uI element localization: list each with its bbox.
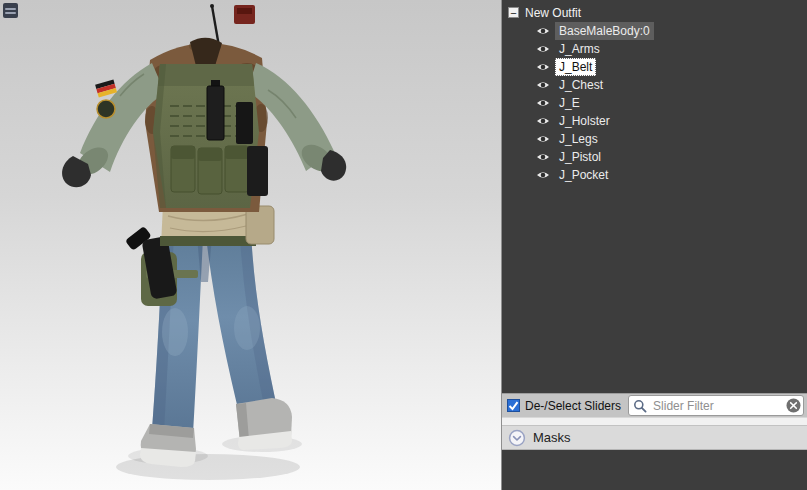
tree-item-j-chest[interactable]: J_Chest	[508, 76, 807, 94]
tree-item-label: J_E	[555, 94, 584, 112]
eye-icon[interactable]	[536, 134, 550, 144]
slider-filter-box	[628, 395, 804, 416]
tree-item-j-holster[interactable]: J_Holster	[508, 112, 807, 130]
eye-icon[interactable]	[536, 116, 550, 126]
tree-item-label: J_Pocket	[555, 166, 612, 184]
character-model	[0, 0, 500, 490]
tree-item-label: J_Legs	[555, 130, 602, 148]
eye-icon[interactable]	[536, 62, 550, 72]
tree-item-basemalebody[interactable]: BaseMaleBody:0	[508, 22, 807, 40]
tree-item-label: J_Holster	[555, 112, 614, 130]
masks-section-label: Masks	[533, 430, 571, 445]
outfit-studio-window: − New Outfit BaseMaleBody:0 J_Arms J_Bel…	[0, 0, 807, 490]
eye-icon[interactable]	[536, 152, 550, 162]
tree-item-label: J_Belt	[555, 58, 596, 76]
search-icon	[633, 399, 647, 413]
slider-toolbar: De-/Select Sliders	[502, 393, 807, 417]
sliders-panel-body	[502, 450, 807, 490]
tree-item-j-pistol[interactable]: J_Pistol	[508, 148, 807, 166]
tree-item-j-arms[interactable]: J_Arms	[508, 40, 807, 58]
eye-icon[interactable]	[536, 98, 550, 108]
checkbox-checked-icon	[507, 399, 520, 412]
eye-icon[interactable]	[536, 80, 550, 90]
tree-item-j-e[interactable]: J_E	[508, 94, 807, 112]
slider-filter-input[interactable]	[651, 398, 782, 414]
tree-item-label: BaseMaleBody:0	[555, 22, 654, 40]
clear-icon[interactable]	[786, 398, 801, 413]
eye-icon[interactable]	[536, 170, 550, 180]
tree-item-j-pocket[interactable]: J_Pocket	[508, 166, 807, 184]
app-icon	[3, 3, 18, 18]
eye-icon[interactable]	[536, 44, 550, 54]
tree-item-label: J_Pistol	[555, 148, 605, 166]
deselect-sliders-checkbox[interactable]: De-/Select Sliders	[507, 399, 621, 413]
outfit-tree-panel: − New Outfit BaseMaleBody:0 J_Arms J_Bel…	[502, 0, 807, 393]
tree-item-j-belt[interactable]: J_Belt	[508, 58, 807, 76]
chevron-down-icon	[508, 429, 526, 447]
tree-root-label: New Outfit	[525, 6, 581, 20]
viewport-3d[interactable]	[0, 0, 501, 490]
masks-section-header[interactable]: Masks	[502, 425, 807, 450]
deselect-sliders-label: De-/Select Sliders	[525, 399, 621, 413]
collapse-box-icon[interactable]: −	[508, 7, 519, 18]
eye-icon[interactable]	[536, 26, 550, 36]
right-panel: − New Outfit BaseMaleBody:0 J_Arms J_Bel…	[501, 0, 807, 490]
tree-item-label: J_Chest	[555, 76, 607, 94]
tree-item-label: J_Arms	[555, 40, 604, 58]
tree-item-j-legs[interactable]: J_Legs	[508, 130, 807, 148]
tree-root[interactable]: − New Outfit	[508, 3, 807, 22]
panel-gap	[502, 417, 807, 425]
